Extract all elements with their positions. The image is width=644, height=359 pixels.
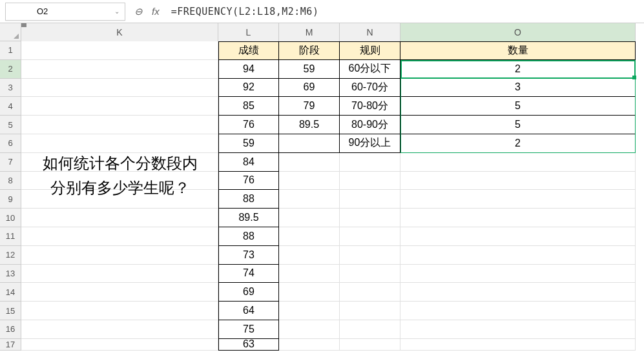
cell-L16[interactable]: 75 (218, 320, 279, 339)
column-header-L[interactable]: L (218, 23, 279, 41)
cell-O8[interactable] (400, 172, 636, 190)
cell-N5[interactable]: 80-90分 (340, 116, 400, 134)
cell-L7[interactable]: 84 (218, 153, 279, 172)
name-box[interactable]: O2 ⌄ (5, 3, 125, 21)
cell-N7[interactable] (340, 153, 400, 172)
cell-L10[interactable]: 89.5 (218, 209, 279, 227)
cell-N4[interactable]: 70-80分 (340, 97, 400, 116)
cell-K8[interactable] (21, 172, 218, 190)
cell-N13[interactable] (340, 265, 400, 283)
row-header-16[interactable]: 16 (0, 320, 21, 339)
cell-O12[interactable] (400, 246, 636, 265)
cell-O2[interactable]: 2 (400, 60, 636, 79)
cell-N2[interactable]: 60分以下 (340, 60, 400, 79)
cell-N8[interactable] (340, 172, 400, 190)
cell-L4[interactable]: 85 (218, 97, 279, 116)
row-header-3[interactable]: 3 (0, 79, 21, 97)
cell-L3[interactable]: 92 (218, 79, 279, 97)
cell-M4[interactable]: 79 (279, 97, 340, 116)
cell-M13[interactable] (279, 265, 340, 283)
cell-M16[interactable] (279, 320, 340, 339)
cell-N17[interactable] (340, 339, 400, 351)
cell-K9[interactable] (21, 190, 218, 209)
cell-N10[interactable] (340, 209, 400, 227)
cell-L5[interactable]: 76 (218, 116, 279, 134)
cell-M10[interactable] (279, 209, 340, 227)
select-all-corner[interactable] (0, 23, 21, 41)
cell-L13[interactable]: 74 (218, 265, 279, 283)
cell-M12[interactable] (279, 246, 340, 265)
cell-L15[interactable]: 64 (218, 302, 279, 320)
cell-K15[interactable] (21, 302, 218, 320)
cell-L1[interactable]: 成绩 (218, 41, 279, 60)
cell-K6[interactable] (21, 134, 218, 153)
cell-M8[interactable] (279, 172, 340, 190)
cell-O16[interactable] (400, 320, 636, 339)
row-header-4[interactable]: 4 (0, 97, 21, 116)
cell-M5[interactable]: 89.5 (279, 116, 340, 134)
row-header-5[interactable]: 5 (0, 116, 21, 134)
row-header-14[interactable]: 14 (0, 283, 21, 302)
cell-M17[interactable] (279, 339, 340, 351)
cell-O14[interactable] (400, 283, 636, 302)
cell-N9[interactable] (340, 190, 400, 209)
cell-N16[interactable] (340, 320, 400, 339)
cell-L8[interactable]: 76 (218, 172, 279, 190)
cell-L2[interactable]: 94 (218, 60, 279, 79)
cell-O7[interactable] (400, 153, 636, 172)
cell-K13[interactable] (21, 265, 218, 283)
row-header-9[interactable]: 9 (0, 190, 21, 209)
cell-K5[interactable] (21, 116, 218, 134)
cell-O4[interactable]: 5 (400, 97, 636, 116)
row-header-15[interactable]: 15 (0, 302, 21, 320)
row-header-12[interactable]: 12 (0, 246, 21, 265)
cell-K7[interactable] (21, 153, 218, 172)
cell-L12[interactable]: 73 (218, 246, 279, 265)
cell-K4[interactable] (21, 97, 218, 116)
cell-O5[interactable]: 5 (400, 116, 636, 134)
cell-K10[interactable] (21, 209, 218, 227)
column-header-K[interactable]: K (21, 23, 218, 41)
column-header-N[interactable]: N (340, 23, 400, 41)
cell-O10[interactable] (400, 209, 636, 227)
cell-O13[interactable] (400, 265, 636, 283)
cell-L11[interactable]: 88 (218, 227, 279, 246)
cell-O15[interactable] (400, 302, 636, 320)
row-header-8[interactable]: 8 (0, 172, 21, 190)
cell-O17[interactable] (400, 339, 636, 351)
cell-M7[interactable] (279, 153, 340, 172)
row-header-7[interactable]: 7 (0, 153, 21, 172)
cell-K11[interactable] (21, 227, 218, 246)
cell-O1[interactable]: 数量 (400, 41, 636, 60)
cell-N15[interactable] (340, 302, 400, 320)
cell-K3[interactable] (21, 79, 218, 97)
cell-M9[interactable] (279, 190, 340, 209)
cell-N3[interactable]: 60-70分 (340, 79, 400, 97)
row-header-17[interactable]: 17 (0, 339, 21, 351)
cell-N6[interactable]: 90分以上 (340, 134, 400, 153)
cell-L6[interactable]: 59 (218, 134, 279, 153)
row-header-13[interactable]: 13 (0, 265, 21, 283)
row-header-11[interactable]: 11 (0, 227, 21, 246)
cell-K12[interactable] (21, 246, 218, 265)
cell-K2[interactable] (21, 60, 218, 79)
formula-input[interactable] (169, 3, 639, 21)
cell-M3[interactable]: 69 (279, 79, 340, 97)
row-header-2[interactable]: 2 (0, 60, 21, 79)
column-header-M[interactable]: M (279, 23, 340, 41)
cell-O6[interactable]: 2 (400, 134, 636, 153)
cell-M2[interactable]: 59 (279, 60, 340, 79)
column-header-O[interactable]: O (400, 23, 636, 41)
cell-N11[interactable] (340, 227, 400, 246)
cell-K17[interactable] (21, 339, 218, 351)
cell-K1[interactable] (21, 41, 218, 60)
cell-O11[interactable] (400, 227, 636, 246)
fx-icon[interactable]: fx (152, 6, 160, 17)
cell-K16[interactable] (21, 320, 218, 339)
cell-M11[interactable] (279, 227, 340, 246)
cell-N14[interactable] (340, 283, 400, 302)
cell-L14[interactable]: 69 (218, 283, 279, 302)
cell-M14[interactable] (279, 283, 340, 302)
row-header-10[interactable]: 10 (0, 209, 21, 227)
cell-O9[interactable] (400, 190, 636, 209)
